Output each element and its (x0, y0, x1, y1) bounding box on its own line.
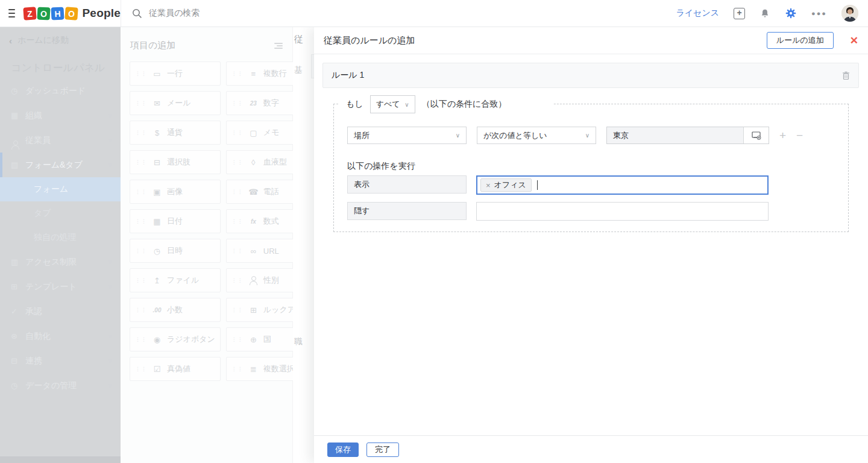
quick-add-icon[interactable]: + (734, 8, 745, 19)
license-link[interactable]: ライセンス (676, 8, 719, 19)
more-options-icon[interactable]: ●●● (811, 10, 827, 17)
action-type-box[interactable]: 表示 (347, 175, 467, 194)
sidebar-item-forms-tabs[interactable]: ▤フォーム&タブ∨ (0, 153, 121, 177)
sidebar-subitem[interactable]: タブ (0, 201, 121, 225)
action-fields-input[interactable] (476, 202, 769, 221)
field-card-image[interactable]: ⋮⋮▣画像 (130, 180, 221, 204)
logo-tile: O (64, 7, 78, 20)
phone-icon: ☎ (248, 187, 259, 197)
save-button[interactable]: 保存 (327, 443, 359, 457)
field-card-picklist[interactable]: ⋮⋮⊟選択肢 (130, 150, 221, 174)
formula-icon: fx (248, 218, 259, 225)
field-card-boolean-checkbox[interactable]: ⋮⋮☑真偽値 (130, 357, 221, 381)
settings-gear-icon[interactable] (785, 7, 797, 19)
chevron-down-icon: ∨ (108, 333, 112, 339)
action-type-box[interactable]: 隠す (347, 202, 467, 220)
sidebar-subitem[interactable]: フォーム (0, 177, 121, 201)
sidebar-item-integrations[interactable]: ⊟連携∨ (0, 348, 121, 373)
chip-remove-icon[interactable]: × (486, 181, 491, 189)
sidebar-item-organization[interactable]: ▦組織∨ (0, 103, 121, 128)
match-suffix-label: （以下の条件に合致） (422, 99, 507, 110)
multi-line-icon: ≡ (248, 69, 259, 78)
drag-handle-icon: ⋮⋮ (231, 101, 244, 106)
sidebar-item-templates[interactable]: ⊞テンプレート∨ (0, 274, 121, 299)
hamburger-menu-icon[interactable] (8, 9, 15, 17)
rule-header-bar[interactable]: ルール 1 (322, 63, 859, 88)
decimal-icon: .00 (151, 307, 163, 313)
condition-field-select[interactable]: 場所 ∨ (347, 127, 467, 144)
country-globe-icon: ⊕ (248, 335, 259, 344)
condition-field-value: 場所 (354, 130, 370, 141)
field-label: 数式 (263, 216, 279, 227)
field-label: 日付 (167, 216, 183, 227)
chevron-down-icon: ∨ (585, 132, 590, 139)
drag-handle-icon: ⋮⋮ (135, 278, 147, 283)
add-rule-button[interactable]: ルールの追加 (767, 32, 834, 49)
condition-row: 場所 ∨ が次の値と等しい ∨ 東京 (347, 127, 803, 144)
condition-match-strip: もし すべて ∨ （以下の条件に合致） (339, 95, 553, 114)
field-label: ファイル (167, 275, 199, 286)
sidebar-item-approvals[interactable]: ✓承認 (0, 299, 121, 324)
underlying-page-strip: 従 基 職 (293, 27, 314, 463)
sidebar-item-label: ダッシュボード (25, 86, 86, 96)
delete-rule-trash-icon[interactable] (842, 71, 850, 80)
chevron-down-icon: ∨ (108, 382, 112, 389)
drag-handle-icon: ⋮⋮ (135, 307, 147, 313)
currency-icon: $ (151, 128, 163, 137)
done-button[interactable]: 完了 (366, 443, 399, 457)
field-card-decimal[interactable]: ⋮⋮.00小数 (130, 298, 221, 322)
data-management-icon: ◷ (11, 381, 25, 390)
back-to-home[interactable]: ‹ ホームに移動 (0, 27, 121, 54)
remove-condition-icon[interactable]: − (796, 130, 803, 141)
field-label: 数字 (263, 98, 279, 109)
forms-tabs-icon: ▤ (11, 160, 25, 169)
sidebar-nav: ◷ダッシュボード▦組織∨従業員∨▤フォーム&タブ∨フォームタブ独自の処理▥アクセ… (0, 78, 121, 398)
field-label: メモ (263, 127, 280, 138)
close-icon[interactable]: ✕ (850, 36, 858, 46)
match-type-select[interactable]: すべて ∨ (370, 95, 415, 113)
action-row: 隠す (347, 202, 769, 221)
zoho-people-logo[interactable]: ZOHO People (24, 7, 121, 20)
field-label: ラジオボタン (167, 334, 215, 345)
action-fields-input[interactable]: ×オフィス (476, 175, 769, 195)
sidebar-subitem[interactable]: 独自の処理 (0, 225, 121, 250)
employee-search[interactable]: 従業員の検索 (121, 8, 200, 19)
drag-handle-icon: ⋮⋮ (231, 160, 244, 165)
field-card-file-upload[interactable]: ⋮⋮↥ファイル (130, 268, 221, 292)
chip-label: オフィス (494, 180, 526, 191)
field-card-datetime[interactable]: ⋮⋮◷日時 (130, 239, 221, 263)
user-avatar[interactable] (841, 5, 858, 22)
field-label: 画像 (167, 186, 183, 197)
field-card-radio-button[interactable]: ⋮⋮◉ラジオボタン (130, 327, 221, 351)
sidebar-item-access-control[interactable]: ▥アクセス制限∨ (0, 250, 121, 274)
field-label: 電話 (263, 186, 279, 197)
sidebar-item-label: 連携 (25, 356, 42, 367)
collapse-panel-icon[interactable] (274, 43, 283, 49)
field-card-email[interactable]: ⋮⋮✉メール (130, 91, 221, 115)
sidebar-item-data-management[interactable]: ◷データの管理∨ (0, 373, 121, 398)
field-label: URL (263, 247, 279, 256)
field-card-single-line[interactable]: ⋮⋮▭一行 (130, 61, 221, 86)
condition-operator-select[interactable]: が次の値と等しい ∨ (477, 127, 596, 144)
field-label: 小数 (167, 304, 183, 315)
template-icon: ⊞ (11, 282, 25, 291)
condition-value-input[interactable]: 東京 (607, 127, 743, 143)
sidebar-item-label: 自動化 (25, 331, 51, 342)
search-input[interactable]: 従業員の検索 (149, 8, 200, 19)
field-card-currency[interactable]: ⋮⋮$通貨 (130, 121, 221, 145)
pick-value-button[interactable] (743, 127, 769, 143)
add-condition-icon[interactable]: + (779, 130, 786, 141)
match-type-value: すべて (376, 99, 400, 110)
notifications-bell-icon[interactable] (760, 8, 770, 19)
sidebar-item-employees[interactable]: 従業員∨ (0, 128, 121, 153)
drag-handle-icon: ⋮⋮ (231, 71, 244, 77)
sidebar-bottom-scrollbar[interactable] (0, 456, 121, 463)
sidebar-item-dashboard[interactable]: ◷ダッシュボード (0, 78, 121, 103)
modal-footer: 保存 完了 (314, 435, 868, 463)
file-upload-icon: ↥ (151, 276, 163, 285)
drag-handle-icon: ⋮⋮ (231, 307, 244, 313)
field-card-date[interactable]: ⋮⋮▦日付 (130, 209, 221, 233)
chevron-down-icon: ∨ (108, 259, 112, 265)
drag-handle-icon: ⋮⋮ (231, 189, 244, 195)
sidebar-item-automation[interactable]: ⊛自動化∨ (0, 324, 121, 348)
